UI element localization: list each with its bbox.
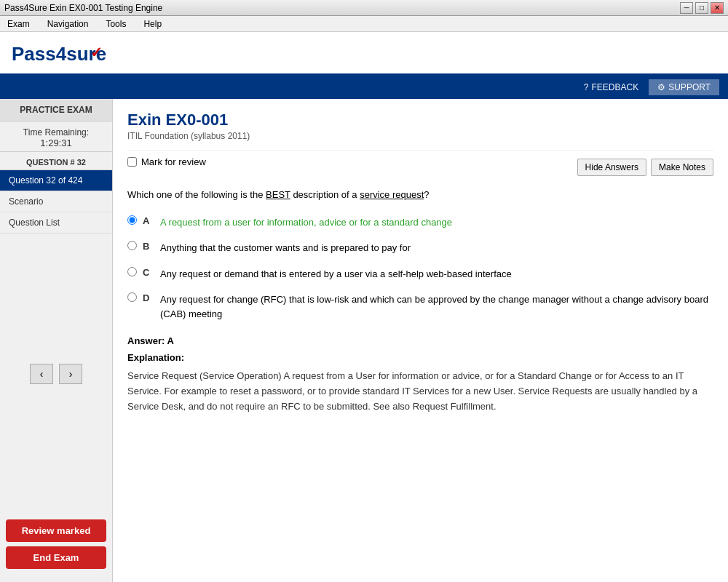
exam-subtitle: ITIL Foundation (syllabus 2011) — [127, 131, 713, 141]
gear-icon: ⚙ — [657, 82, 665, 92]
close-button[interactable]: ✕ — [711, 2, 724, 14]
top-action-bar: ? FEEDBACK ⚙ SUPPORT — [0, 76, 728, 99]
mark-review-label: Mark for review — [141, 156, 206, 167]
window-title: Pass4Sure Exin EX0-001 Testing Engine — [4, 3, 162, 13]
practice-exam-header: PRACTICE EXAM — [0, 99, 112, 121]
explanation-text: Service Request (Service Operation) A re… — [127, 369, 713, 414]
mark-review-header: Mark for review Hide Answers Make Notes — [127, 150, 713, 178]
question-icon: ? — [584, 82, 589, 92]
menu-bar: Exam Navigation Tools Help — [0, 16, 728, 32]
option-d-letter: D — [143, 292, 154, 303]
option-b-letter: B — [143, 241, 154, 252]
feedback-button[interactable]: ? FEEDBACK — [577, 79, 646, 95]
option-c-radio[interactable] — [127, 267, 137, 276]
option-a-text[interactable]: A request from a user for information, a… — [160, 215, 452, 230]
title-bar-left: Pass4Sure Exin EX0-001 Testing Engine — [4, 3, 162, 13]
menu-help[interactable]: Help — [141, 17, 165, 31]
answer-line: Answer: A — [127, 335, 713, 346]
explanation-header: Explanation: — [127, 352, 713, 363]
time-remaining-section: Time Remaining: 1:29:31 — [0, 121, 112, 152]
sidebar: PRACTICE EXAM Time Remaining: 1:29:31 QU… — [0, 99, 113, 582]
logo: Pass4sure ✓ — [12, 39, 114, 68]
content-area: Exin EX0-001 ITIL Foundation (syllabus 2… — [113, 99, 728, 582]
option-a-radio[interactable] — [127, 215, 137, 225]
next-button[interactable]: › — [59, 364, 82, 384]
menu-tools[interactable]: Tools — [103, 17, 129, 31]
title-bar: Pass4Sure Exin EX0-001 Testing Engine ─ … — [0, 0, 728, 16]
nav-arrows: ‹ › — [0, 352, 112, 396]
minimize-button[interactable]: ─ — [680, 2, 693, 14]
sidebar-item-scenario[interactable]: Scenario — [0, 191, 112, 212]
review-marked-button[interactable]: Review marked — [6, 519, 106, 542]
end-exam-button[interactable]: End Exam — [6, 546, 106, 569]
sidebar-bottom: Review marked End Exam — [0, 514, 112, 575]
option-b-text[interactable]: Anything that the customer wants and is … — [160, 241, 411, 255]
option-a-row: A A request from a user for information,… — [127, 215, 713, 230]
main-layout: PRACTICE EXAM Time Remaining: 1:29:31 QU… — [0, 99, 728, 582]
question-number-header: QUESTION # 32 — [0, 152, 112, 170]
option-c-row: C Any request or demand that is entered … — [127, 267, 713, 282]
make-notes-button[interactable]: Make Notes — [651, 159, 713, 176]
mark-review-checkbox[interactable] — [127, 157, 137, 167]
option-d-radio[interactable] — [127, 292, 137, 302]
exam-title: Exin EX0-001 — [127, 111, 713, 129]
option-a-letter: A — [143, 215, 154, 226]
option-b-row: B Anything that the customer wants and i… — [127, 241, 713, 255]
answer-label-text: Answer: — [127, 335, 167, 346]
sidebar-item-question[interactable]: Question 32 of 424 — [0, 170, 112, 191]
option-d-text[interactable]: Any request for change (RFC) that is low… — [160, 292, 713, 321]
time-value: 1:29:31 — [3, 137, 109, 148]
question-text: Which one of the following is the BEST d… — [127, 188, 713, 202]
mark-review-row: Mark for review — [127, 156, 206, 167]
logo-bar: Pass4sure ✓ — [0, 32, 728, 76]
svg-text:✓: ✓ — [90, 44, 103, 60]
option-c-letter: C — [143, 267, 154, 278]
option-c-text[interactable]: Any request or demand that is entered by… — [160, 267, 512, 282]
answer-value-text: A — [167, 335, 173, 346]
action-buttons-row: Hide Answers Make Notes — [577, 159, 713, 176]
title-bar-controls: ─ □ ✕ — [680, 2, 724, 14]
answer-section: Answer: A Explanation: Service Request (… — [127, 335, 713, 414]
option-b-radio[interactable] — [127, 241, 137, 250]
time-remaining-label: Time Remaining: — [3, 127, 109, 137]
hide-answers-button[interactable]: Hide Answers — [577, 159, 646, 176]
maximize-button[interactable]: □ — [695, 2, 708, 14]
menu-navigation[interactable]: Navigation — [44, 17, 92, 31]
support-button[interactable]: ⚙ SUPPORT — [649, 79, 719, 95]
option-d-row: D Any request for change (RFC) that is l… — [127, 292, 713, 321]
prev-button[interactable]: ‹ — [30, 364, 53, 384]
menu-exam[interactable]: Exam — [4, 17, 33, 31]
sidebar-item-question-list[interactable]: Question List — [0, 212, 112, 234]
